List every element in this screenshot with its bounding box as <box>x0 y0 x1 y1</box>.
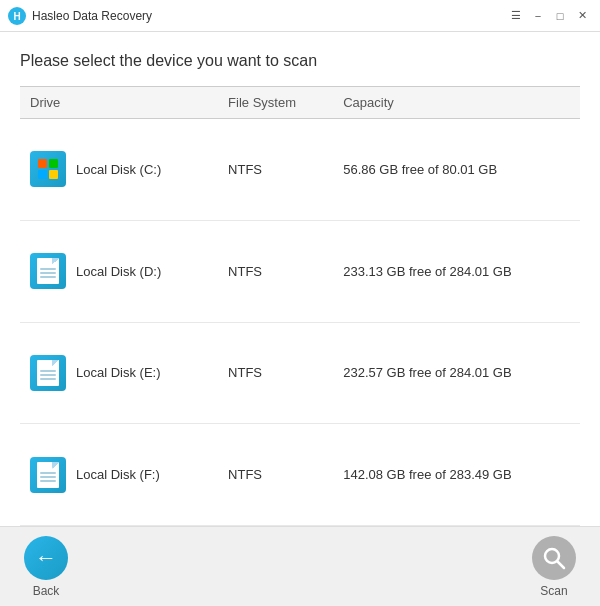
app-title: Hasleo Data Recovery <box>32 9 506 23</box>
disk-table: Drive File System Capacity Local Disk (C… <box>20 86 580 526</box>
table-body: Local Disk (C:)NTFS56.86 GB free of 80.0… <box>20 119 580 526</box>
scan-icon-wrap <box>532 536 576 580</box>
col-drive: Drive <box>20 87 218 119</box>
filesystem-cell-3: NTFS <box>218 424 333 526</box>
scan-circle-icon <box>532 536 576 580</box>
capacity-cell-0: 56.86 GB free of 80.01 GB <box>333 119 580 221</box>
capacity-cell-2: 232.57 GB free of 284.01 GB <box>333 322 580 424</box>
back-label: Back <box>33 584 60 598</box>
filesystem-cell-0: NTFS <box>218 119 333 221</box>
table-row[interactable]: Local Disk (F:)NTFS142.08 GB free of 283… <box>20 424 580 526</box>
drive-cell-1: Local Disk (D:) <box>20 220 218 322</box>
back-button[interactable]: ← Back <box>20 532 72 602</box>
drive-cell-0: Local Disk (C:) <box>20 119 218 221</box>
title-bar: H Hasleo Data Recovery ☰ − □ ✕ <box>0 0 600 32</box>
maximize-button[interactable]: □ <box>550 6 570 26</box>
drive-cell-2: Local Disk (E:) <box>20 322 218 424</box>
filesystem-cell-1: NTFS <box>218 220 333 322</box>
drive-name-2: Local Disk (E:) <box>76 365 161 380</box>
drive-icon-3 <box>30 457 66 493</box>
close-button[interactable]: ✕ <box>572 6 592 26</box>
drive-icon-0 <box>30 151 66 187</box>
drive-name-0: Local Disk (C:) <box>76 162 161 177</box>
scan-button[interactable]: Scan <box>528 532 580 602</box>
minimize-button[interactable]: − <box>528 6 548 26</box>
drive-name-1: Local Disk (D:) <box>76 264 161 279</box>
drive-icon-2 <box>30 355 66 391</box>
filesystem-cell-2: NTFS <box>218 322 333 424</box>
capacity-cell-3: 142.08 GB free of 283.49 GB <box>333 424 580 526</box>
svg-text:H: H <box>13 11 20 22</box>
table-header: Drive File System Capacity <box>20 87 580 119</box>
drive-cell-3: Local Disk (F:) <box>20 424 218 526</box>
main-window: Please select the device you want to sca… <box>0 32 600 606</box>
scan-label: Scan <box>540 584 567 598</box>
menu-icon[interactable]: ☰ <box>506 6 526 26</box>
app-icon: H <box>8 7 26 25</box>
table-row[interactable]: Local Disk (D:)NTFS233.13 GB free of 284… <box>20 220 580 322</box>
col-capacity: Capacity <box>333 87 580 119</box>
capacity-cell-1: 233.13 GB free of 284.01 GB <box>333 220 580 322</box>
col-filesystem: File System <box>218 87 333 119</box>
window-controls[interactable]: ☰ − □ ✕ <box>506 6 592 26</box>
back-circle-icon: ← <box>24 536 68 580</box>
back-icon-wrap: ← <box>24 536 68 580</box>
drive-icon-1 <box>30 253 66 289</box>
svg-line-3 <box>558 561 565 568</box>
bottom-toolbar: ← Back Scan <box>0 526 600 606</box>
page-title: Please select the device you want to sca… <box>20 52 580 70</box>
drive-name-3: Local Disk (F:) <box>76 467 160 482</box>
table-row[interactable]: Local Disk (E:)NTFS232.57 GB free of 284… <box>20 322 580 424</box>
table-row[interactable]: Local Disk (C:)NTFS56.86 GB free of 80.0… <box>20 119 580 221</box>
